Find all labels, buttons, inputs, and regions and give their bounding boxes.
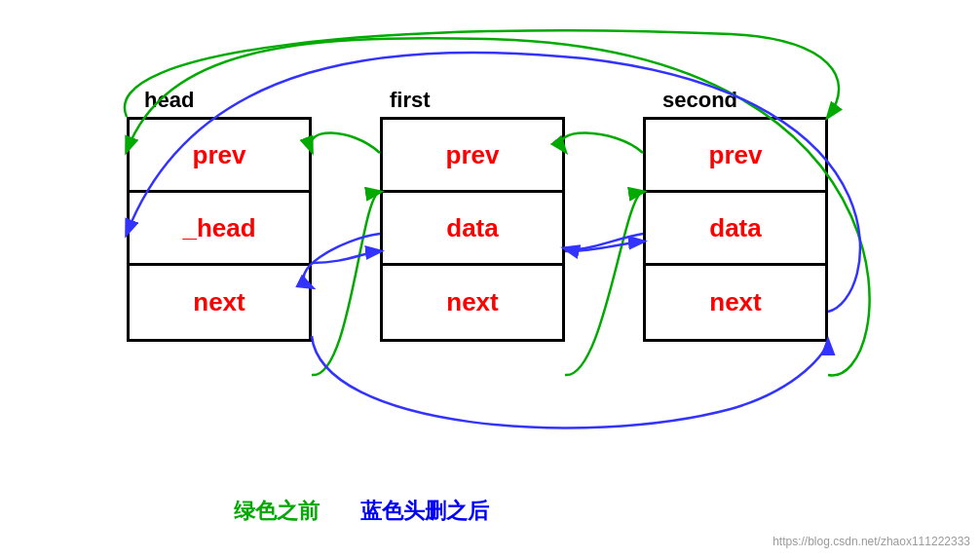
- head-data-cell: _head: [130, 193, 309, 266]
- green-head-next-to-first: [312, 192, 380, 375]
- second-prev-cell: prev: [646, 120, 825, 193]
- blue-first-prev-to-head: [304, 234, 380, 287]
- first-label: first: [390, 88, 431, 113]
- first-prev-cell: prev: [383, 120, 562, 193]
- caption-green: 绿色之前: [234, 497, 320, 526]
- second-data-cell: data: [646, 193, 825, 266]
- green-second-prev-to-first: [561, 132, 643, 153]
- watermark: https://blog.csdn.net/zhaox111222333: [773, 535, 970, 548]
- head-prev-cell: prev: [130, 120, 309, 193]
- first-next-cell: next: [383, 266, 562, 339]
- first-box: prev data next: [380, 117, 565, 342]
- head-next-cell: next: [130, 266, 309, 339]
- green-first-prev-to-head: [311, 132, 380, 153]
- diagram-container: head prev _head next first prev data nex…: [0, 0, 980, 558]
- blue-second-prev-to-first: [565, 234, 643, 249]
- head-box: prev _head next: [127, 117, 312, 342]
- blue-head-next-wrap: [312, 336, 828, 428]
- blue-first-data-to-second: [565, 242, 643, 251]
- second-label: second: [662, 88, 737, 113]
- second-next-cell: next: [646, 266, 825, 339]
- head-label: head: [144, 88, 194, 113]
- green-first-next-to-second: [565, 192, 643, 375]
- second-box: prev data next: [643, 117, 828, 342]
- caption-blue: 蓝色头删之后: [360, 497, 489, 526]
- first-data-cell: data: [383, 193, 562, 266]
- blue-head-data-to-first: [312, 251, 380, 263]
